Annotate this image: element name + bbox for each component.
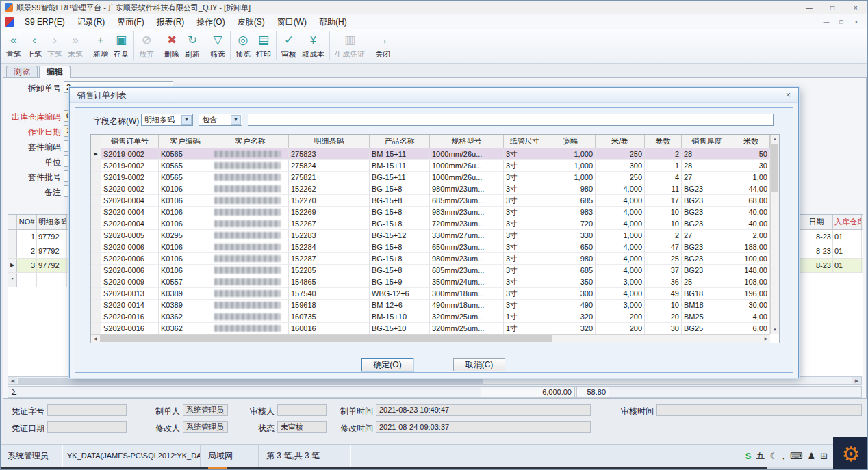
toolbar-button-prev[interactable]: ‹上笔 <box>24 31 44 60</box>
menu-item[interactable]: 界面(F) <box>111 14 150 29</box>
cell: 2 <box>645 148 682 160</box>
tab-edit[interactable]: 编辑 <box>39 66 71 78</box>
cell: 980 <box>546 253 596 265</box>
cancel-button[interactable]: 取消(C) <box>453 358 505 371</box>
scroll-right-icon[interactable]: ▶ <box>852 377 861 384</box>
toolbar-button-filter[interactable]: ▽筛选 <box>205 31 228 60</box>
field-combo[interactable]: 明细条码 ▼ <box>141 114 193 126</box>
menu-item[interactable]: 窗口(W) <box>271 14 313 29</box>
table-row[interactable]: S2020-0014K0389159618BM-12+6490mm/18um..… <box>91 300 779 311</box>
scroll-left-icon[interactable]: ◀ <box>91 335 99 343</box>
table-row[interactable]: S2020-0006K0106152284BG-15+8650mm/23um..… <box>91 241 779 253</box>
toolbar-button-print[interactable]: ▤打印 <box>253 31 274 60</box>
toolbar-button-add[interactable]: +新增 <box>88 31 111 60</box>
column-header[interactable]: 销售订单号 <box>101 135 159 148</box>
toolbar-button-refresh[interactable]: ↻刷新 <box>182 31 203 60</box>
column-header[interactable]: 客户编码 <box>159 135 212 148</box>
mdi-restore-icon[interactable]: □ <box>834 16 848 27</box>
restore-icon[interactable]: □ <box>821 1 844 14</box>
table-row[interactable]: 8-2301 <box>800 259 863 273</box>
table-row[interactable]: S2020-0006K0106152287BG-15+8980mm/23um..… <box>91 253 779 265</box>
table-row[interactable]: S2020-0004K0106152267BG-15+8720mm/23um..… <box>91 218 779 230</box>
grid-header-row: 销售订单号客户编码客户名称明细条码产品名称规格型号纸管尺寸宽幅米/卷卷数销售厚度… <box>91 135 779 148</box>
scroll-right-icon[interactable]: ▶ <box>762 335 770 343</box>
table-row[interactable]: S2019-0002K0565275824BM-15+111000mm/26u.… <box>91 160 779 172</box>
scroll-thumb[interactable] <box>771 144 778 192</box>
table-row[interactable]: 8-2301 <box>800 244 863 259</box>
wubi-mode-icon[interactable]: 五 <box>756 449 765 462</box>
toolbar-button-first[interactable]: «首笔 <box>3 31 24 60</box>
scroll-thumb[interactable] <box>18 378 483 384</box>
column-header[interactable]: 规格型号 <box>430 135 504 148</box>
table-row[interactable]: 297792 <box>8 244 68 259</box>
close-icon[interactable]: × <box>844 1 867 14</box>
table-row[interactable]: S2020-0005K0295152283BG-15+12330mm/27um.… <box>91 230 779 241</box>
dialog-close-icon[interactable]: × <box>782 90 794 101</box>
grid-vertical-scrollbar[interactable]: ▲ ▼ <box>770 135 779 334</box>
column-header[interactable]: 卷数 <box>645 135 682 148</box>
table-row[interactable]: S2020-0016K0362160016BG-15+10320mm/25um.… <box>91 323 779 335</box>
status-record-position: 第 3 笔,共 3 笔 <box>259 445 350 467</box>
scroll-thumb[interactable] <box>100 335 552 342</box>
menu-item[interactable]: 皮肤(S) <box>231 14 271 29</box>
toolbox-icon[interactable]: ⊞ <box>820 451 828 461</box>
menu-item[interactable]: 帮助(H) <box>313 14 353 29</box>
toolbar-button-preview[interactable]: ◎预览 <box>230 31 253 60</box>
keyboard-icon[interactable]: ⌨ <box>790 451 803 461</box>
table-row[interactable]: ▶S2019-0002K0565275823BM-15+111000mm/26u… <box>91 148 779 160</box>
minimize-icon[interactable]: — <box>797 1 821 14</box>
filter-value-input[interactable] <box>248 114 774 126</box>
table-row[interactable]: S2020-0016K0362160735BM-15+10320mm/25um.… <box>91 311 779 323</box>
app-icon <box>5 3 13 12</box>
column-header[interactable]: 宽幅 <box>546 135 596 148</box>
column-header[interactable]: 米/卷 <box>596 135 645 148</box>
scroll-up-icon[interactable]: ▲ <box>771 135 779 143</box>
column-header[interactable]: 产品名称 <box>370 135 430 148</box>
toolbar-button-audit[interactable]: ✓审核 <box>276 31 299 60</box>
column-header[interactable]: 纸管尺寸 <box>504 135 546 148</box>
mdi-close-icon[interactable]: × <box>850 16 863 27</box>
cell: 160016 <box>289 323 370 335</box>
menu-item[interactable]: 报表(R) <box>151 14 191 29</box>
cell: 3寸 <box>504 207 546 218</box>
table-row[interactable]: ▶397792 <box>8 259 68 273</box>
ok-button[interactable]: 确定(O) <box>361 358 413 371</box>
menu-item[interactable]: S9 ERP(E) <box>18 14 71 29</box>
column-header[interactable]: 米数 <box>732 135 770 148</box>
scroll-down-icon[interactable]: ▼ <box>771 326 779 334</box>
person-icon[interactable]: ♟ <box>807 451 815 461</box>
sogou-logo-icon[interactable]: S <box>745 451 752 461</box>
chevron-down-icon[interactable]: ▼ <box>181 115 192 125</box>
operator-combo[interactable]: 包含 ▼ <box>199 114 242 126</box>
table-row[interactable]: S2019-0002K0565275821BG-15+111000mm/26u.… <box>91 172 779 183</box>
toolbar-button-getcost[interactable]: ¥取成本 <box>299 31 327 60</box>
table-row[interactable]: 8-2301 <box>800 230 863 244</box>
table-row[interactable]: S2020-0013K0389157540WBG-12+6300mm/18um.… <box>91 288 779 300</box>
table-row[interactable]: S2020-0004K0106152269BG-15+8983mm/23um..… <box>91 207 779 218</box>
column-header[interactable]: 明细条码 <box>289 135 370 148</box>
table-row[interactable]: S2020-0004K0106152270BG-15+8685mm/23um..… <box>91 195 779 207</box>
field-label: 作业日期 <box>3 127 61 138</box>
grid-horizontal-scrollbar[interactable]: ◀ ▶ <box>91 334 770 343</box>
menu-item[interactable]: 操作(O) <box>190 14 231 29</box>
new-row[interactable]: * <box>8 273 68 287</box>
toolbar-button-save[interactable]: ▣存盘 <box>111 31 131 60</box>
table-row[interactable]: S2020-0009K0557154865BG-15+9350mm/24um..… <box>91 276 779 288</box>
taskbar-active-app[interactable] <box>208 467 227 470</box>
moon-icon[interactable]: ☾ <box>769 451 778 461</box>
mdi-minimize-icon[interactable]: — <box>819 16 833 27</box>
menu-item[interactable]: 记录(R) <box>71 14 112 29</box>
table-row[interactable]: S2020-0002K0106152262BG-15+8980mm/23um..… <box>91 183 779 195</box>
toolbar-button-exit[interactable]: →关闭 <box>370 31 393 60</box>
column-header[interactable]: 客户名称 <box>212 135 289 148</box>
punctuation-icon[interactable]: , <box>782 451 785 461</box>
chevron-down-icon[interactable]: ▼ <box>231 115 241 125</box>
toolbar-button-delete[interactable]: ✖删除 <box>159 31 182 60</box>
app-logo[interactable]: ⚙ <box>833 437 868 470</box>
tab-browse[interactable]: 浏览 <box>6 66 38 77</box>
cell: S2020-0006 <box>101 253 159 265</box>
column-header[interactable]: 销售厚度 <box>682 135 732 148</box>
table-row[interactable]: S2020-0006K0106152285BG-15+8685mm/23um..… <box>91 265 779 276</box>
table-row[interactable]: 197792 <box>8 230 68 244</box>
scroll-left-icon[interactable]: ◀ <box>8 377 17 384</box>
